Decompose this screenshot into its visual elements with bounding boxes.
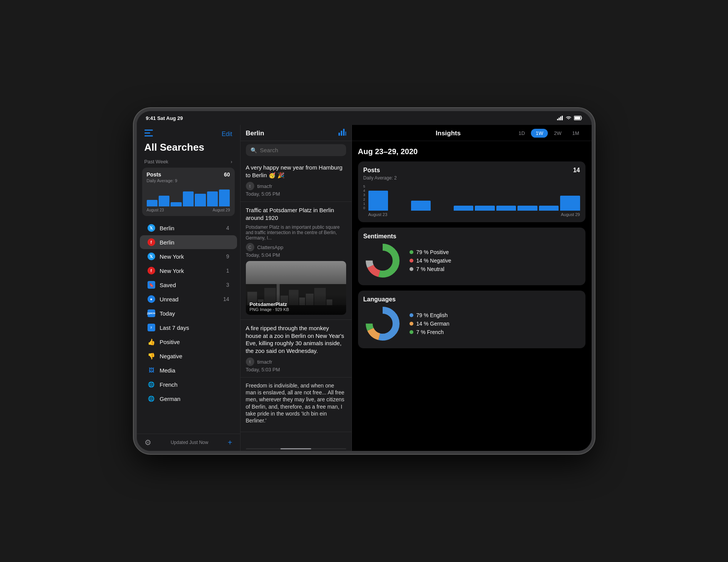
sidebar-item-berlin-flipboard[interactable]: fBerlin bbox=[140, 235, 237, 249]
search-input[interactable] bbox=[260, 147, 342, 153]
sidebar-toggle-button[interactable] bbox=[144, 130, 153, 138]
thumbs-down-icon: 👎 bbox=[148, 352, 155, 360]
svg-point-20 bbox=[373, 314, 392, 333]
insights-chart bbox=[368, 184, 580, 211]
languages-legend: 79 % English 14 % German 7 % French bbox=[410, 312, 449, 335]
bookmark-icon: 🔖 bbox=[148, 281, 155, 289]
insights-bar bbox=[517, 206, 537, 211]
feed-time: Today, 5:05 PM bbox=[246, 191, 346, 197]
sidebar-item-media[interactable]: 🖼Media bbox=[140, 363, 237, 377]
insights-toggle-icon[interactable] bbox=[338, 129, 346, 138]
negative-pct-label: 14 % Negative bbox=[416, 258, 451, 264]
sidebar: Edit All Searches Past Week › Posts 60 D… bbox=[137, 125, 240, 451]
feed-time: Today, 5:03 PM bbox=[246, 367, 346, 372]
neutral-legend-item: 7 % Neutral bbox=[410, 266, 451, 272]
today-icon: 29MON bbox=[148, 309, 155, 317]
sidebar-item-german[interactable]: 🌐German bbox=[140, 392, 237, 406]
chart-start-date: August 23 bbox=[147, 208, 164, 212]
time-btn-1w[interactable]: 1W bbox=[531, 129, 548, 138]
item-label: Last 7 days bbox=[160, 324, 229, 331]
insights-bar bbox=[475, 206, 495, 211]
sidebar-section-header[interactable]: Past Week › bbox=[137, 156, 240, 166]
item-label: Unread bbox=[160, 296, 219, 303]
insights-bar bbox=[454, 206, 474, 211]
author-avatar: t bbox=[246, 182, 254, 190]
last7-icon: 7 bbox=[148, 324, 155, 331]
signal-icon bbox=[557, 116, 563, 120]
item-label: Saved bbox=[160, 282, 222, 288]
chart-bar bbox=[219, 190, 230, 206]
author-avatar: C bbox=[246, 243, 254, 251]
flipboard-icon: f bbox=[148, 238, 155, 246]
chart-bar bbox=[159, 196, 169, 206]
insights-bar bbox=[560, 196, 580, 211]
time-btn-1d[interactable]: 1D bbox=[514, 129, 530, 138]
feed-item[interactable]: A very happy new year from Hamburg to Be… bbox=[240, 159, 352, 202]
insights-bar bbox=[432, 210, 452, 211]
svg-rect-7 bbox=[144, 133, 150, 134]
sentiments-title: Sentiments bbox=[363, 233, 396, 240]
sidebar-item-french[interactable]: 🌐French bbox=[140, 377, 237, 391]
sidebar-item-unread[interactable]: ●Unread14 bbox=[140, 292, 237, 306]
device-frame: 9:41 Sat Aug 29 bbox=[134, 108, 595, 454]
past-week-label: Past Week bbox=[144, 159, 169, 165]
feed-item[interactable]: A fire ripped through the monkey house a… bbox=[240, 320, 352, 377]
chart-bar bbox=[195, 194, 206, 206]
feed-item[interactable]: Traffic at Potsdamer Platz in Berlin aro… bbox=[240, 202, 352, 320]
chart-bar bbox=[183, 191, 194, 206]
time-btn-2w[interactable]: 2W bbox=[549, 129, 566, 138]
flipboard-icon: f bbox=[148, 267, 155, 274]
item-label: Media bbox=[160, 367, 229, 374]
item-label: Berlin bbox=[160, 239, 229, 246]
languages-title: Languages bbox=[363, 296, 396, 303]
add-search-button[interactable]: + bbox=[228, 438, 232, 447]
sidebar-item-saved[interactable]: 🔖Saved3 bbox=[140, 278, 237, 292]
chart-bar bbox=[207, 191, 218, 206]
english-dot bbox=[410, 313, 413, 317]
svg-rect-8 bbox=[144, 135, 153, 136]
insights-bar bbox=[411, 201, 431, 211]
feed-item[interactable]: Freedom is indivisible, and when one man… bbox=[240, 377, 352, 432]
sidebar-item-positive[interactable]: 👍Positive bbox=[140, 335, 237, 349]
item-badge: 14 bbox=[223, 296, 229, 302]
insights-bar bbox=[539, 206, 559, 211]
sidebar-item-newyork-twitter[interactable]: 𝕏New York9 bbox=[140, 249, 237, 263]
positive-dot bbox=[410, 250, 413, 254]
neutral-pct-label: 7 % Neutral bbox=[416, 266, 444, 272]
feed-list: A very happy new year from Hamburg to Be… bbox=[240, 159, 352, 447]
settings-icon[interactable]: ⚙ bbox=[144, 438, 151, 447]
svg-rect-5 bbox=[574, 117, 580, 120]
feed-item-title: Traffic at Potsdamer Platz in Berlin aro… bbox=[246, 206, 346, 221]
middle-header: Berlin bbox=[240, 125, 352, 141]
feed-image[interactable]: PotsdamerPlatz PNG Image · 929 KB bbox=[246, 261, 346, 315]
sidebar-item-berlin-twitter[interactable]: 𝕏Berlin4 bbox=[140, 221, 237, 235]
feed-time: Today, 5:04 PM bbox=[246, 252, 346, 258]
sidebar-item-newyork-flipboard[interactable]: fNew York1 bbox=[140, 264, 237, 278]
svg-rect-10 bbox=[341, 131, 342, 136]
sentiments-donut-chart bbox=[363, 241, 402, 280]
insights-start-date: August 23 bbox=[368, 212, 388, 217]
german-legend-item: 14 % German bbox=[410, 321, 449, 327]
feed-item-title: Freedom is indivisible, and when one man… bbox=[246, 382, 346, 424]
chart-bar bbox=[147, 200, 158, 206]
scroll-thumb bbox=[280, 448, 311, 449]
insights-end-date: August 29 bbox=[561, 212, 580, 217]
svg-rect-12 bbox=[345, 131, 346, 136]
sidebar-item-last7days[interactable]: 7Last 7 days bbox=[140, 321, 237, 334]
svg-rect-0 bbox=[557, 119, 558, 120]
sidebar-footer: ⚙ Updated Just Now + bbox=[137, 434, 240, 451]
svg-rect-1 bbox=[559, 118, 560, 120]
app-container: Edit All Searches Past Week › Posts 60 D… bbox=[137, 125, 592, 451]
sidebar-title: All Searches bbox=[137, 141, 240, 156]
past-week-chevron: › bbox=[231, 159, 232, 165]
edit-button[interactable]: Edit bbox=[222, 131, 232, 138]
status-time: 9:41 Sat Aug 29 bbox=[146, 115, 183, 121]
middle-panel: Berlin 🔍 A very happy new year f bbox=[240, 125, 352, 451]
time-btn-1m[interactable]: 1M bbox=[567, 129, 584, 138]
status-icons bbox=[557, 116, 582, 120]
item-label: Positive bbox=[160, 339, 229, 345]
sidebar-item-negative[interactable]: 👎Negative bbox=[140, 349, 237, 363]
sidebar-item-today[interactable]: 29MONToday bbox=[140, 306, 237, 320]
english-pct-label: 79 % English bbox=[416, 312, 448, 318]
item-label: New York bbox=[160, 253, 222, 260]
